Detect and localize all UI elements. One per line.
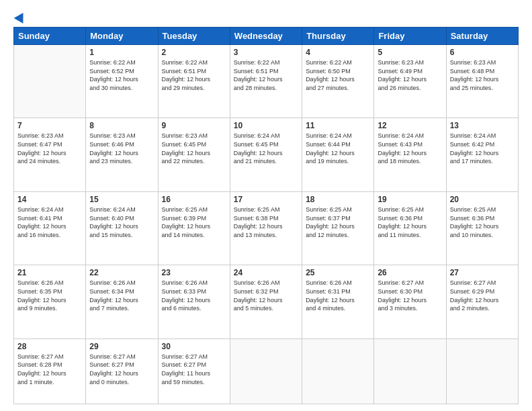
calendar-cell: 21Sunrise: 6:26 AMSunset: 6:35 PMDayligh… <box>14 265 86 338</box>
cell-info: Sunrise: 6:25 AMSunset: 6:36 PMDaylight:… <box>450 205 515 239</box>
day-number: 26 <box>378 268 442 277</box>
calendar-week-row: 1Sunrise: 6:22 AMSunset: 6:52 PMDaylight… <box>14 45 519 118</box>
calendar-cell: 23Sunrise: 6:26 AMSunset: 6:33 PMDayligh… <box>158 265 230 338</box>
day-number: 29 <box>89 342 154 351</box>
logo <box>13 12 26 23</box>
page: SundayMondayTuesdayWednesdayThursdayFrid… <box>0 0 532 411</box>
cell-info: Sunrise: 6:24 AMSunset: 6:43 PMDaylight:… <box>378 132 442 165</box>
calendar-cell: 22Sunrise: 6:26 AMSunset: 6:34 PMDayligh… <box>86 265 158 338</box>
calendar-cell <box>302 338 374 404</box>
calendar-week-row: 14Sunrise: 6:24 AMSunset: 6:41 PMDayligh… <box>14 191 519 265</box>
day-number: 5 <box>378 48 442 57</box>
day-header-sunday: Sunday <box>14 28 86 45</box>
calendar-table: SundayMondayTuesdayWednesdayThursdayFrid… <box>13 27 519 404</box>
day-number: 1 <box>89 48 154 57</box>
header <box>13 12 519 23</box>
calendar-cell: 2Sunrise: 6:22 AMSunset: 6:51 PMDaylight… <box>158 45 230 118</box>
cell-info: Sunrise: 6:24 AMSunset: 6:40 PMDaylight:… <box>89 205 154 239</box>
day-number: 3 <box>234 48 298 57</box>
day-number: 11 <box>306 121 370 130</box>
calendar-week-row: 21Sunrise: 6:26 AMSunset: 6:35 PMDayligh… <box>14 265 519 338</box>
day-number: 2 <box>162 48 226 57</box>
cell-info: Sunrise: 6:26 AMSunset: 6:34 PMDaylight:… <box>89 279 154 312</box>
calendar-cell: 16Sunrise: 6:25 AMSunset: 6:39 PMDayligh… <box>158 191 230 265</box>
day-header-saturday: Saturday <box>446 28 518 45</box>
cell-info: Sunrise: 6:24 AMSunset: 6:42 PMDaylight:… <box>450 132 515 165</box>
calendar-cell: 12Sunrise: 6:24 AMSunset: 6:43 PMDayligh… <box>374 118 446 191</box>
cell-info: Sunrise: 6:27 AMSunset: 6:28 PMDaylight:… <box>17 353 82 386</box>
cell-info: Sunrise: 6:22 AMSunset: 6:51 PMDaylight:… <box>162 58 226 92</box>
calendar-cell: 18Sunrise: 6:25 AMSunset: 6:37 PMDayligh… <box>302 191 374 265</box>
day-number: 19 <box>378 195 442 204</box>
day-header-friday: Friday <box>374 28 446 45</box>
cell-info: Sunrise: 6:22 AMSunset: 6:52 PMDaylight:… <box>89 58 154 92</box>
day-number: 17 <box>234 195 298 204</box>
cell-info: Sunrise: 6:25 AMSunset: 6:38 PMDaylight:… <box>234 205 298 239</box>
calendar-cell: 9Sunrise: 6:23 AMSunset: 6:45 PMDaylight… <box>158 118 230 191</box>
calendar-cell: 26Sunrise: 6:27 AMSunset: 6:30 PMDayligh… <box>374 265 446 338</box>
cell-info: Sunrise: 6:26 AMSunset: 6:33 PMDaylight:… <box>162 279 226 312</box>
day-number: 22 <box>89 268 154 277</box>
calendar-cell <box>446 338 518 404</box>
cell-info: Sunrise: 6:23 AMSunset: 6:45 PMDaylight:… <box>162 132 226 165</box>
calendar-cell: 7Sunrise: 6:23 AMSunset: 6:47 PMDaylight… <box>14 118 86 191</box>
cell-info: Sunrise: 6:27 AMSunset: 6:30 PMDaylight:… <box>378 279 442 312</box>
day-number: 8 <box>89 121 154 130</box>
calendar-cell: 20Sunrise: 6:25 AMSunset: 6:36 PMDayligh… <box>446 191 518 265</box>
calendar-cell: 14Sunrise: 6:24 AMSunset: 6:41 PMDayligh… <box>14 191 86 265</box>
day-number: 16 <box>162 195 226 204</box>
calendar-cell: 5Sunrise: 6:23 AMSunset: 6:49 PMDaylight… <box>374 45 446 118</box>
day-number: 24 <box>234 268 298 277</box>
calendar-cell: 19Sunrise: 6:25 AMSunset: 6:36 PMDayligh… <box>374 191 446 265</box>
calendar-cell: 10Sunrise: 6:24 AMSunset: 6:45 PMDayligh… <box>230 118 302 191</box>
logo-triangle-icon <box>14 10 28 24</box>
cell-info: Sunrise: 6:27 AMSunset: 6:29 PMDaylight:… <box>450 279 515 312</box>
calendar-cell: 4Sunrise: 6:22 AMSunset: 6:50 PMDaylight… <box>302 45 374 118</box>
calendar-cell: 28Sunrise: 6:27 AMSunset: 6:28 PMDayligh… <box>14 338 86 404</box>
cell-info: Sunrise: 6:22 AMSunset: 6:50 PMDaylight:… <box>306 58 370 92</box>
calendar-cell: 27Sunrise: 6:27 AMSunset: 6:29 PMDayligh… <box>446 265 518 338</box>
day-number: 15 <box>89 195 154 204</box>
cell-info: Sunrise: 6:26 AMSunset: 6:32 PMDaylight:… <box>234 279 298 312</box>
cell-info: Sunrise: 6:24 AMSunset: 6:41 PMDaylight:… <box>17 205 82 239</box>
day-number: 4 <box>306 48 370 57</box>
day-number: 10 <box>234 121 298 130</box>
day-number: 23 <box>162 268 226 277</box>
cell-info: Sunrise: 6:24 AMSunset: 6:44 PMDaylight:… <box>306 132 370 165</box>
calendar-cell: 30Sunrise: 6:27 AMSunset: 6:27 PMDayligh… <box>158 338 230 404</box>
day-number: 27 <box>450 268 515 277</box>
day-number: 7 <box>17 121 82 130</box>
day-number: 28 <box>17 342 82 351</box>
cell-info: Sunrise: 6:26 AMSunset: 6:35 PMDaylight:… <box>17 279 82 312</box>
calendar-cell: 25Sunrise: 6:26 AMSunset: 6:31 PMDayligh… <box>302 265 374 338</box>
day-number: 13 <box>450 121 515 130</box>
cell-info: Sunrise: 6:25 AMSunset: 6:37 PMDaylight:… <box>306 205 370 239</box>
day-header-tuesday: Tuesday <box>158 28 230 45</box>
cell-info: Sunrise: 6:23 AMSunset: 6:46 PMDaylight:… <box>89 132 154 165</box>
calendar-cell: 11Sunrise: 6:24 AMSunset: 6:44 PMDayligh… <box>302 118 374 191</box>
day-number: 20 <box>450 195 515 204</box>
calendar-cell: 1Sunrise: 6:22 AMSunset: 6:52 PMDaylight… <box>86 45 158 118</box>
cell-info: Sunrise: 6:25 AMSunset: 6:36 PMDaylight:… <box>378 205 442 239</box>
calendar-cell: 6Sunrise: 6:23 AMSunset: 6:48 PMDaylight… <box>446 45 518 118</box>
calendar-cell: 24Sunrise: 6:26 AMSunset: 6:32 PMDayligh… <box>230 265 302 338</box>
calendar-cell <box>230 338 302 404</box>
cell-info: Sunrise: 6:27 AMSunset: 6:27 PMDaylight:… <box>162 353 226 386</box>
day-number: 18 <box>306 195 370 204</box>
calendar-cell: 3Sunrise: 6:22 AMSunset: 6:51 PMDaylight… <box>230 45 302 118</box>
cell-info: Sunrise: 6:23 AMSunset: 6:47 PMDaylight:… <box>17 132 82 165</box>
cell-info: Sunrise: 6:27 AMSunset: 6:27 PMDaylight:… <box>89 353 154 386</box>
calendar-cell <box>14 45 86 118</box>
calendar-cell: 15Sunrise: 6:24 AMSunset: 6:40 PMDayligh… <box>86 191 158 265</box>
day-number: 25 <box>306 268 370 277</box>
calendar-cell: 17Sunrise: 6:25 AMSunset: 6:38 PMDayligh… <box>230 191 302 265</box>
calendar-header-row: SundayMondayTuesdayWednesdayThursdayFrid… <box>14 28 519 45</box>
day-number: 12 <box>378 121 442 130</box>
cell-info: Sunrise: 6:23 AMSunset: 6:48 PMDaylight:… <box>450 58 515 92</box>
cell-info: Sunrise: 6:23 AMSunset: 6:49 PMDaylight:… <box>378 58 442 92</box>
cell-info: Sunrise: 6:24 AMSunset: 6:45 PMDaylight:… <box>234 132 298 165</box>
calendar-week-row: 7Sunrise: 6:23 AMSunset: 6:47 PMDaylight… <box>14 118 519 191</box>
cell-info: Sunrise: 6:25 AMSunset: 6:39 PMDaylight:… <box>162 205 226 239</box>
calendar-cell: 13Sunrise: 6:24 AMSunset: 6:42 PMDayligh… <box>446 118 518 191</box>
day-header-wednesday: Wednesday <box>230 28 302 45</box>
